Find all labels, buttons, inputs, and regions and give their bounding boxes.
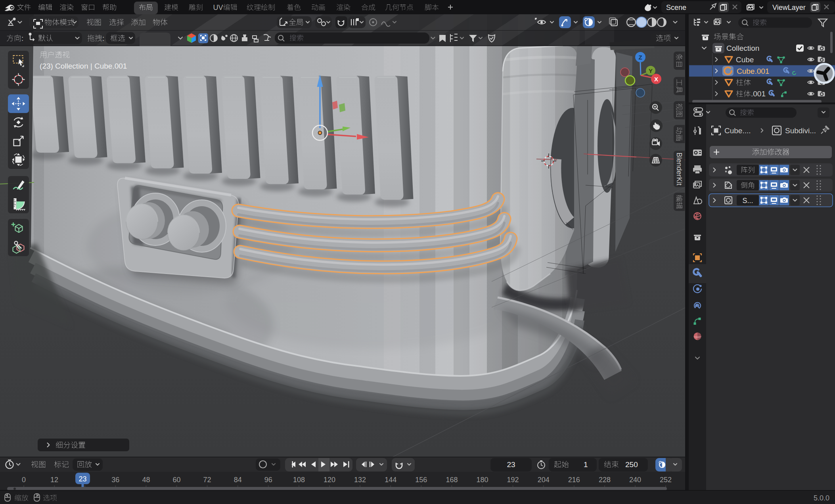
svg-text:204: 204 — [538, 476, 550, 484]
svg-text:23: 23 — [507, 460, 515, 469]
svg-text:252: 252 — [660, 476, 672, 484]
svg-text:BlenderKit: BlenderKit — [675, 153, 683, 186]
svg-text:72: 72 — [203, 476, 211, 484]
svg-text:96: 96 — [264, 476, 272, 484]
svg-text:250: 250 — [625, 460, 638, 469]
svg-text:144: 144 — [385, 476, 396, 484]
svg-text:Collection: Collection — [726, 44, 759, 52]
svg-text:192: 192 — [507, 476, 519, 484]
svg-text:108: 108 — [293, 476, 305, 484]
svg-text:60: 60 — [173, 476, 181, 484]
svg-text:23: 23 — [79, 475, 87, 483]
svg-text:Cube....: Cube.... — [724, 126, 751, 135]
svg-text:12: 12 — [50, 476, 58, 484]
svg-text:228: 228 — [599, 476, 611, 484]
svg-text:216: 216 — [568, 476, 580, 484]
svg-text::: : — [102, 34, 104, 42]
svg-text:36: 36 — [111, 476, 119, 484]
svg-text:240: 240 — [629, 476, 641, 484]
svg-text:UV: UV — [213, 4, 223, 11]
svg-text:132: 132 — [354, 476, 366, 484]
svg-text:1: 1 — [584, 460, 588, 469]
svg-text:Cube: Cube — [736, 56, 754, 64]
svg-text:84: 84 — [234, 476, 242, 484]
svg-text:.001: .001 — [751, 90, 766, 98]
svg-text::: : — [21, 34, 23, 42]
svg-text:0: 0 — [22, 476, 26, 484]
svg-text:S...: S... — [743, 197, 753, 205]
svg-text:Subdivi...: Subdivi... — [785, 126, 816, 135]
svg-text:180: 180 — [477, 476, 488, 484]
svg-text:48: 48 — [142, 476, 150, 484]
svg-text:X: X — [654, 76, 658, 82]
svg-text:120: 120 — [324, 476, 335, 484]
svg-text:Scene: Scene — [666, 4, 686, 11]
svg-text:ViewLayer: ViewLayer — [772, 4, 806, 11]
svg-text:5.0.0: 5.0.0 — [814, 494, 829, 502]
svg-text:168: 168 — [446, 476, 458, 484]
svg-text:Z: Z — [638, 54, 642, 61]
svg-text:Cube.001: Cube.001 — [737, 67, 769, 75]
svg-text:(23) Collection | Cube.001: (23) Collection | Cube.001 — [40, 62, 127, 70]
svg-text:Y: Y — [649, 67, 653, 74]
svg-text:156: 156 — [415, 476, 427, 484]
